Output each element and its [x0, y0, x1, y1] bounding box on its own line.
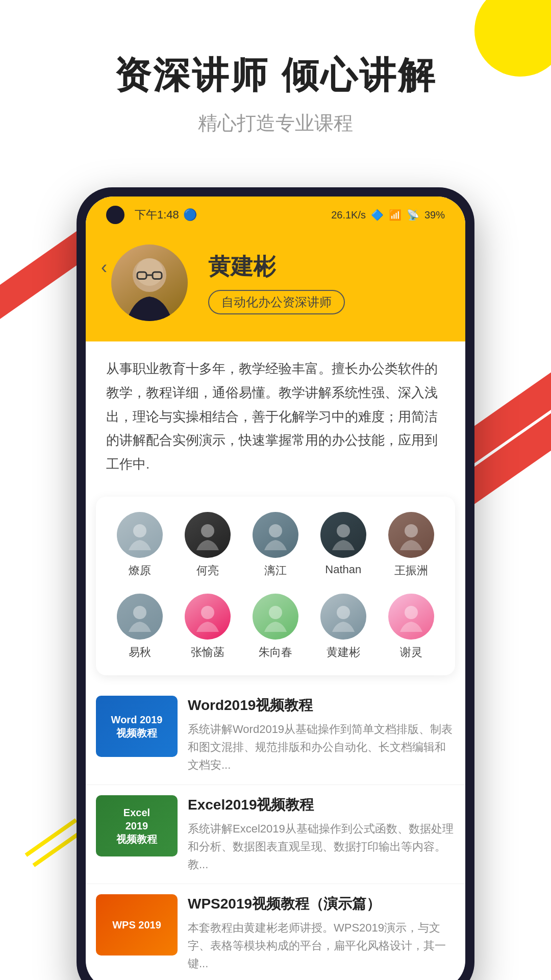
- status-bar: 下午1:48 🔵 26.1K/s 🔷 📶 📡 39%: [86, 197, 465, 229]
- camera-hole: [106, 206, 124, 224]
- instructor-name: Nathan: [325, 563, 361, 576]
- instructor-avatar: [320, 512, 366, 558]
- phone-frame: 下午1:48 🔵 26.1K/s 🔷 📶 📡 39% ‹: [77, 187, 474, 980]
- course-desc: 本套教程由黄建彬老师讲授。WPS2019演示，与文字、表格等模块构成的平台，扁平…: [188, 919, 455, 973]
- instructor-item[interactable]: 燎原: [112, 512, 168, 578]
- wifi-icon: 📡: [407, 209, 419, 221]
- course-info: WPS2019视频教程（演示篇）本套教程由黄建彬老师讲授。WPS2019演示，与…: [188, 894, 455, 973]
- instructor-avatar: [185, 594, 231, 640]
- back-button[interactable]: ‹: [101, 257, 107, 278]
- teacher-info: 黄建彬 自动化办公资深讲师: [208, 252, 440, 314]
- course-item[interactable]: Word 2019视频教程Word2019视频教程系统讲解Word2019从基础…: [86, 685, 465, 785]
- instructor-name: 张愉菡: [191, 645, 224, 660]
- svg-point-8: [337, 524, 350, 537]
- svg-point-5: [133, 524, 146, 537]
- teacher-avatar-svg: [111, 244, 188, 321]
- instructor-item[interactable]: 朱向春: [247, 594, 304, 660]
- course-desc: 系统讲解Word2019从基础操作到简单文档排版、制表和图文混排、规范排版和办公…: [188, 720, 455, 774]
- svg-point-11: [201, 606, 214, 619]
- svg-point-9: [405, 524, 418, 537]
- status-bar-right: 26.1K/s 🔷 📶 📡 39%: [331, 209, 445, 221]
- instructor-name: 易秋: [129, 645, 151, 660]
- course-title: WPS2019视频教程（演示篇）: [188, 894, 455, 914]
- instructor-name: 黄建彬: [327, 645, 360, 660]
- instructor-item[interactable]: 易秋: [112, 594, 168, 660]
- instructor-grid: 燎原 何亮 漓江 Nathan 王振洲 易秋 张愉菡 朱向春 黄建彬: [96, 497, 455, 675]
- network-speed: 26.1K/s: [331, 209, 366, 221]
- course-thumbnail: Excel2019视频教程: [96, 795, 178, 856]
- instructor-name: 燎原: [129, 563, 151, 578]
- battery-level: 39%: [424, 209, 445, 221]
- course-desc: 系统讲解Excel2019从基础操作到公式函数、数据处理和分析、数据图表直观呈现…: [188, 820, 455, 874]
- signal-icon: 📶: [389, 209, 402, 221]
- teacher-name: 黄建彬: [208, 252, 440, 282]
- course-info: Excel2019视频教程系统讲解Excel2019从基础操作到公式函数、数据处…: [188, 795, 455, 874]
- course-title: Excel2019视频教程: [188, 795, 455, 815]
- instructor-item[interactable]: 漓江: [247, 512, 304, 578]
- svg-point-12: [269, 606, 282, 619]
- instructor-item[interactable]: 黄建彬: [315, 594, 371, 660]
- svg-point-7: [269, 524, 282, 537]
- status-bar-left: 下午1:48 🔵: [106, 206, 197, 224]
- instructor-item[interactable]: 王振洲: [383, 512, 439, 578]
- main-title: 资深讲师 倾心讲解: [31, 51, 520, 100]
- instructor-item[interactable]: 张愉菡: [180, 594, 236, 660]
- instructor-name: 朱向春: [259, 645, 292, 660]
- status-time: 下午1:48: [135, 207, 179, 223]
- instructor-name: 王振洲: [394, 563, 428, 578]
- sub-title: 精心打造专业课程: [31, 110, 520, 136]
- course-title: Word2019视频教程: [188, 696, 455, 715]
- instructor-avatar: [388, 512, 434, 558]
- teacher-badge: 自动化办公资深讲师: [208, 290, 345, 314]
- course-item[interactable]: Excel2019视频教程Excel2019视频教程系统讲解Excel2019从…: [86, 785, 465, 885]
- teacher-description: 从事职业教育十多年，教学经验丰富。擅长办公类软件的教学，教程详细，通俗易懂。教学…: [86, 341, 465, 492]
- instructor-name: 漓江: [264, 563, 287, 578]
- instructor-avatar: [117, 594, 163, 640]
- bluetooth-icon: 🔷: [371, 209, 384, 221]
- header-section: 资深讲师 倾心讲解 精心打造专业课程: [0, 0, 551, 167]
- teacher-avatar: [111, 244, 188, 321]
- instructor-item[interactable]: 谢灵: [383, 594, 439, 660]
- instructor-name: 谢灵: [400, 645, 422, 660]
- course-item[interactable]: WPS 2019WPS2019视频教程（演示篇）本套教程由黄建彬老师讲授。WPS…: [86, 884, 465, 980]
- svg-point-14: [405, 606, 418, 619]
- phone-screen: 下午1:48 🔵 26.1K/s 🔷 📶 📡 39% ‹: [86, 197, 465, 980]
- instructor-row-1: 燎原 何亮 漓江 Nathan 王振洲: [106, 512, 445, 578]
- course-list: Word 2019视频教程Word2019视频教程系统讲解Word2019从基础…: [86, 680, 465, 980]
- instructor-avatar: [388, 594, 434, 640]
- instructor-item[interactable]: 何亮: [180, 512, 236, 578]
- svg-point-6: [201, 524, 214, 537]
- status-dot: 🔵: [183, 208, 197, 222]
- instructor-avatar: [117, 512, 163, 558]
- instructor-avatar: [253, 512, 298, 558]
- svg-point-10: [133, 606, 146, 619]
- course-thumbnail: WPS 2019: [96, 894, 178, 955]
- teacher-profile: ‹ 黄建彬 自动化办公资深讲师: [86, 229, 465, 341]
- instructor-item[interactable]: Nathan: [315, 512, 371, 578]
- svg-point-13: [337, 606, 350, 619]
- course-info: Word2019视频教程系统讲解Word2019从基础操作到简单文档排版、制表和…: [188, 696, 455, 774]
- phone-wrapper: 下午1:48 🔵 26.1K/s 🔷 📶 📡 39% ‹: [0, 187, 551, 980]
- instructor-avatar: [320, 594, 366, 640]
- instructor-avatar: [253, 594, 298, 640]
- course-thumbnail: Word 2019视频教程: [96, 696, 178, 757]
- instructor-row-2: 易秋 张愉菡 朱向春 黄建彬 谢灵: [106, 594, 445, 660]
- instructor-name: 何亮: [196, 563, 219, 578]
- instructor-avatar: [185, 512, 231, 558]
